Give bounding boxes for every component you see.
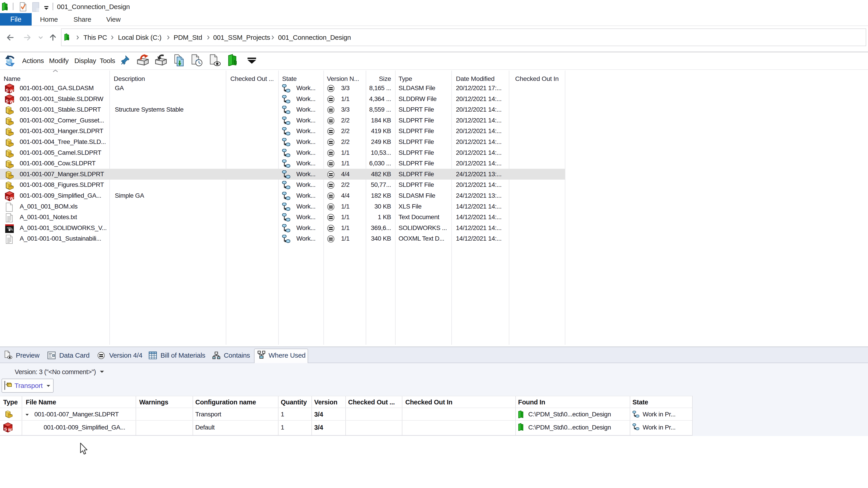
svg-text:S: S bbox=[6, 88, 9, 93]
svg-text:W: W bbox=[10, 196, 13, 201]
svg-text:W: W bbox=[10, 89, 13, 93]
svg-text:S: S bbox=[6, 99, 9, 103]
svg-text:W: W bbox=[8, 428, 12, 432]
svg-text:S: S bbox=[6, 195, 9, 200]
svg-text:W: W bbox=[10, 100, 13, 104]
svg-text:S: S bbox=[4, 427, 7, 431]
